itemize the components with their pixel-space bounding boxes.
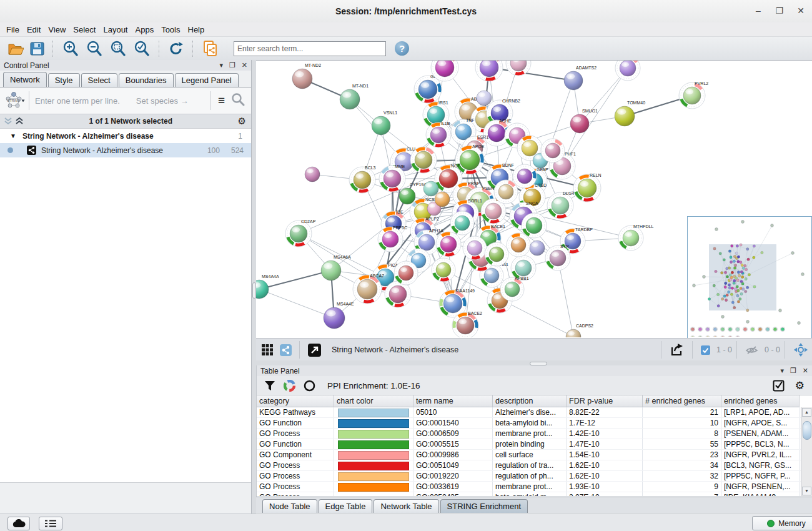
column-header-chart-color[interactable]: chart color	[334, 395, 413, 407]
menu-apps[interactable]: Apps	[136, 24, 160, 36]
maximize-button[interactable]: ❐	[768, 0, 791, 22]
protein-node[interactable]	[522, 213, 547, 238]
network-nodes[interactable]: MT-ND2MT-ND1VSNL1GAB2ADAMTS2PVRL2TOMM40S…	[256, 61, 708, 337]
table-vertical-scrollbar[interactable]: ▲▼	[801, 407, 812, 496]
network-panel-gear-icon[interactable]: ⚙	[238, 116, 246, 127]
protein-node[interactable]: MS4A4A	[256, 274, 279, 299]
protein-node[interactable]: DLG4	[547, 191, 574, 219]
protein-node[interactable]: MS4A6A	[321, 255, 351, 280]
protein-node[interactable]	[485, 242, 508, 266]
column-header-term-name[interactable]: term name	[413, 395, 493, 407]
protein-node[interactable]	[394, 261, 418, 285]
menu-file[interactable]: File	[6, 24, 25, 36]
protein-node[interactable]	[435, 192, 450, 207]
protein-node[interactable]: MME	[379, 164, 405, 192]
tab-boundaries[interactable]: Boundaries	[119, 73, 174, 87]
menu-help[interactable]: Help	[188, 24, 210, 36]
search-input[interactable]	[234, 41, 386, 56]
protein-node[interactable]	[541, 139, 565, 162]
zoom-selected-icon[interactable]	[133, 40, 151, 57]
protein-node[interactable]	[305, 167, 320, 182]
enrichment-table[interactable]: categorychart colorterm namedescriptionF…	[257, 395, 812, 496]
network-row[interactable]: String Network - Alzheimer's disease 100…	[0, 143, 251, 157]
column-header--enriched-genes[interactable]: # enriched genes	[643, 395, 721, 407]
protein-node[interactable]: MTHFDLL	[618, 224, 653, 251]
protein-node[interactable]	[494, 180, 518, 204]
protein-node[interactable]: BCL3	[349, 166, 376, 193]
task-list-button[interactable]	[39, 517, 62, 530]
table-row[interactable]: GO FunctionGO:0005515protein binding1.47…	[257, 439, 812, 450]
string-query-placeholder[interactable]: Enter one term per line.	[35, 96, 120, 106]
protein-node[interactable]: MS4A4E	[324, 302, 354, 329]
collection-expand-icon[interactable]: ▼	[10, 132, 16, 139]
select-columns-icon[interactable]	[773, 380, 785, 392]
protein-node[interactable]	[432, 258, 455, 282]
protein-node[interactable]: APBB1	[500, 276, 529, 301]
protein-node[interactable]: CD2AP	[285, 219, 316, 247]
column-header-description[interactable]: description	[493, 395, 567, 407]
set-species-hint[interactable]: Set species →	[136, 96, 189, 106]
protein-node[interactable]: RELN	[573, 173, 602, 202]
table-settings-gear-icon[interactable]: ⚙	[795, 379, 805, 392]
table-row[interactable]: GO FunctionGO:0001540beta-amyloid bi...1…	[257, 418, 812, 429]
menu-layout[interactable]: Layout	[103, 24, 133, 36]
control-panel-menu-icon[interactable]: ▾	[219, 61, 223, 69]
birds-eye-view[interactable]	[687, 216, 812, 338]
protein-node[interactable]: SYP	[545, 244, 570, 270]
network-collection-row[interactable]: ▼ String Network - Alzheimer's disease 1	[0, 129, 251, 143]
protein-node[interactable]: MT-ND1	[340, 84, 369, 109]
protein-node[interactable]	[513, 164, 537, 188]
collapse-all-icon[interactable]	[15, 116, 24, 127]
string-search-icon[interactable]	[231, 92, 245, 109]
tab-legend-panel[interactable]: Legend Panel	[175, 73, 239, 87]
save-session-icon[interactable]	[30, 42, 44, 56]
grid-view-icon[interactable]	[261, 344, 274, 356]
table-panel-close-icon[interactable]: ✕	[803, 367, 808, 375]
control-panel-close-icon[interactable]: ✕	[242, 61, 247, 69]
string-options-menu-icon[interactable]: ≡	[218, 94, 225, 107]
help-icon[interactable]: ?	[395, 41, 409, 56]
menu-edit[interactable]: Edit	[27, 24, 46, 36]
tab-string-enrichment[interactable]: STRING Enrichment	[440, 499, 528, 513]
detach-view-icon[interactable]	[308, 344, 321, 357]
chart-settings-icon[interactable]	[284, 380, 295, 392]
table-row[interactable]: GO ProcessGO:0033619membrane prot...1.93…	[257, 482, 812, 492]
protein-node[interactable]: CADPS2	[566, 324, 593, 337]
clone-network-icon[interactable]	[202, 40, 219, 57]
table-panel-menu-icon[interactable]: ▾	[780, 367, 784, 375]
zoom-in-icon[interactable]	[62, 40, 79, 57]
tab-network[interactable]: Network	[3, 72, 47, 87]
control-panel-float-icon[interactable]: ❒	[229, 61, 235, 69]
menu-tools[interactable]: Tools	[161, 24, 186, 36]
protein-node[interactable]: VSNL1	[372, 111, 397, 135]
string-view-icon[interactable]	[280, 344, 292, 356]
zoom-fit-icon[interactable]	[109, 40, 127, 57]
protein-node[interactable]	[475, 61, 503, 81]
filter-icon[interactable]	[264, 380, 275, 391]
table-row[interactable]: KEGG Pathways05010Alzheimer's dise...8.8…	[257, 407, 812, 418]
column-header-FDR-p-value[interactable]: FDR p-value	[567, 395, 643, 407]
expand-all-icon[interactable]	[4, 116, 12, 127]
birds-eye-toggle-icon[interactable]	[793, 342, 808, 357]
tab-edge-table[interactable]: Edge Table	[319, 499, 373, 513]
scroll-up-icon[interactable]: ▲	[802, 408, 811, 417]
column-header-enriched-genes[interactable]: enriched genes	[721, 395, 800, 407]
open-session-icon[interactable]	[7, 42, 24, 56]
scrollbar-thumb[interactable]	[803, 421, 811, 440]
string-protein-query-icon[interactable]: STRING	[4, 91, 25, 110]
refresh-icon[interactable]	[168, 41, 184, 57]
table-row[interactable]: GO ProcessGO:0019220regulation of ph...1…	[257, 471, 812, 482]
table-row[interactable]: GO ProcessGO:0051049regulation of tra...…	[257, 460, 812, 471]
scroll-down-icon[interactable]: ▼	[802, 487, 811, 495]
protein-node[interactable]	[410, 147, 437, 173]
protein-node[interactable]: PVRL2	[679, 81, 708, 109]
network-canvas[interactable]: MT-ND2MT-ND1VSNL1GAB2ADAMTS2PVRL2TOMM40S…	[256, 60, 812, 338]
memory-button[interactable]: Memory	[752, 516, 812, 530]
tab-network-table[interactable]: Network Table	[374, 499, 438, 513]
table-row[interactable]: GO ComponentGO:0009986cell surface1.54E-…	[257, 450, 812, 460]
horizontal-splitter[interactable]	[256, 360, 812, 365]
protein-node[interactable]	[530, 241, 545, 256]
protein-node[interactable]: SMUG1	[570, 109, 598, 133]
protein-node[interactable]: ADAMTS2	[564, 66, 597, 90]
protein-node[interactable]	[423, 181, 438, 196]
